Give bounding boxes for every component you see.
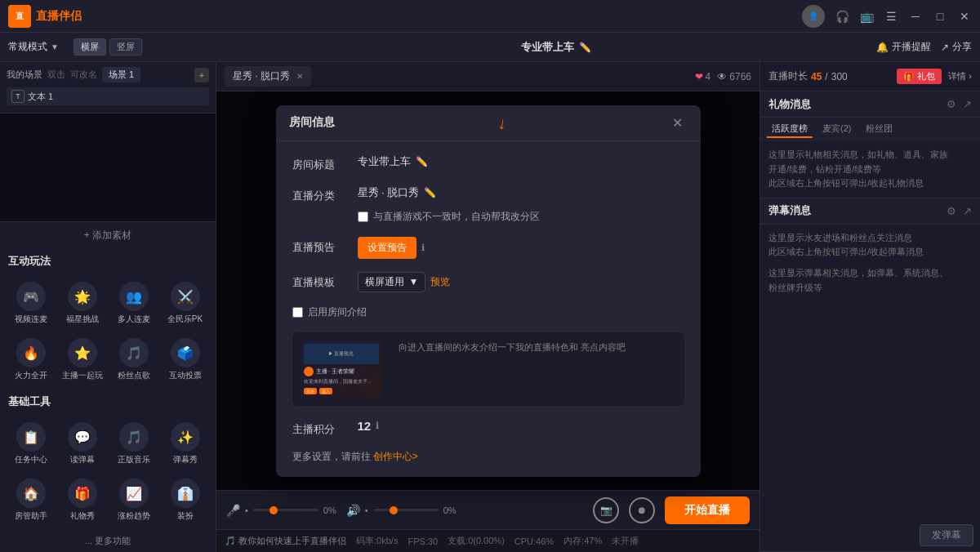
interactive-item-all-pk[interactable]: ⚔️ 全民乐PK	[161, 277, 209, 330]
more-functions-button[interactable]: ... 更多功能	[0, 530, 216, 552]
interactive-grid: 🎮 视频连麦 🌟 福星挑战 👥 多人连麦 ⚔️ 全民乐PK 🔥 火力全开 ⭐	[0, 274, 216, 390]
live-duration-label: 直播时长	[768, 69, 808, 83]
interactive-item-fan-song[interactable]: 🎵 粉丝点歌	[109, 333, 158, 386]
minimize-button[interactable]: ─	[908, 9, 923, 24]
gift-panel-settings-icon[interactable]: ⚙	[947, 98, 956, 110]
tool-item-bullet-show[interactable]: ✨ 弹幕秀	[161, 417, 209, 470]
modal-close-button[interactable]: ✕	[668, 113, 688, 132]
add-material-button[interactable]: + 添加素材	[0, 222, 216, 249]
screen-icon[interactable]: 📺	[859, 9, 874, 24]
professional-edit-icon[interactable]: ✏️	[579, 42, 591, 53]
tab-bar: 星秀 · 脱口秀 ✕ ❤ 4 👁 6766	[216, 62, 760, 91]
detail-button[interactable]: 详情 ›	[948, 70, 972, 82]
creator-center-link[interactable]: 创作中心>	[373, 451, 418, 462]
interactive-item-vote[interactable]: 🗳️ 互动投票	[161, 333, 209, 386]
notify-bell-button[interactable]: 🔔 开播提醒	[876, 40, 931, 54]
preview-row: 直播预告 设置预告 ℹ	[292, 237, 684, 259]
gift-panel: 礼物消息 ⚙ ↗ 活跃度榜 麦宾(2) 粉丝团 这里显示礼物相关消息，如礼物、道…	[760, 91, 980, 198]
interactive-item-star-challenge[interactable]: 🌟 福星挑战	[58, 277, 106, 330]
mini-follow-btn: 关注	[304, 388, 317, 394]
bullet-show-icon: ✨	[171, 422, 200, 452]
outfit-label: 装扮	[177, 510, 194, 522]
tool-item-music[interactable]: 🎵 正版音乐	[109, 417, 158, 470]
bullet-panel-expand-icon[interactable]: ↗	[963, 205, 972, 217]
user-avatar[interactable]: 👤	[802, 5, 825, 28]
preview-info-icon[interactable]: ℹ	[421, 243, 425, 253]
room-intro-label: 启用房间介绍	[308, 305, 367, 319]
headphone-icon[interactable]: 🎧	[835, 9, 849, 24]
set-preview-button[interactable]: 设置预告	[358, 237, 416, 259]
gift-tab-guests[interactable]: 麦宾(2)	[817, 121, 856, 138]
menu-icon[interactable]: ☰	[884, 9, 898, 24]
send-bullet-button[interactable]: 发弹幕	[920, 524, 973, 546]
like-value: 4	[706, 71, 711, 82]
vote-label: 互动投票	[169, 370, 202, 381]
bullet-panel-icons: ⚙ ↗	[947, 205, 972, 217]
score-info-icon[interactable]: ℹ	[376, 421, 379, 431]
tool-item-task[interactable]: 📋 任务中心	[7, 417, 55, 470]
mic-icon[interactable]: 🎤	[226, 504, 240, 517]
bullet-panel-settings-icon[interactable]: ⚙	[947, 205, 956, 217]
live-duration: 直播时长 45 / 300	[768, 69, 848, 83]
video-link-icon: 🎮	[16, 282, 46, 311]
tool-item-room-manager[interactable]: 🏠 房管助手	[7, 474, 55, 527]
modal-body: 房间标题 专业带上车 ✏️ 直播分类 星秀 · 脱口秀 ✏️	[276, 141, 701, 477]
category-text: 星秀 · 脱口秀	[358, 185, 420, 200]
vertical-layout-button[interactable]: 竖屏	[109, 38, 142, 56]
main-layout: 我的场景 双击 可改名 场景 1 + T 文本 1 + 添加素材 互动玩法 🎮 …	[0, 62, 980, 552]
host-play-label: 主播一起玩	[62, 370, 103, 381]
room-intro-checkbox[interactable]	[292, 307, 303, 318]
bell-icon: 🔔	[876, 42, 889, 53]
text-item-label: 文本 1	[28, 91, 53, 103]
add-scene-button[interactable]: +	[194, 68, 209, 82]
category-edit-icon[interactable]: ✏️	[424, 187, 436, 198]
auto-category-checkbox[interactable]	[358, 211, 368, 222]
scene-name-label[interactable]: 场景 1	[102, 67, 140, 82]
right-header: 直播时长 45 / 300 🎁 礼包 详情 ›	[760, 62, 980, 91]
room-title-edit-icon[interactable]: ✏️	[416, 156, 428, 167]
mode-selector[interactable]: 常规模式 ▼	[8, 40, 59, 54]
double-click-label: 双击	[47, 69, 65, 81]
scene-tab[interactable]: 星秀 · 脱口秀 ✕	[225, 66, 311, 87]
professional-bar-label: 专业带上车	[521, 40, 574, 55]
share-button[interactable]: ↗ 分享	[941, 40, 972, 54]
close-button[interactable]: ✕	[957, 9, 972, 24]
speaker-slider[interactable]	[373, 509, 439, 511]
mic-dot: •	[245, 505, 248, 515]
auto-category-row: 与直播游戏不一致时，自动帮我改分区	[292, 210, 684, 224]
tab-close-icon[interactable]: ✕	[296, 72, 303, 81]
speaker-icon[interactable]: 🔊	[346, 504, 360, 517]
mic-control-group: 🎤 • 0%	[226, 504, 336, 517]
bullet-panel-header: 弹幕消息 ⚙ ↗	[760, 198, 980, 225]
tool-item-read-bullet[interactable]: 💬 读弹幕	[58, 417, 106, 470]
top-bar-right: 🔔 开播提醒 ↗ 分享	[876, 40, 972, 54]
status-streaming: 未开播	[612, 535, 639, 547]
record-button[interactable]: ⏺	[629, 497, 655, 523]
multi-link-icon: 👥	[119, 282, 149, 311]
maximize-button[interactable]: □	[933, 9, 947, 24]
gift-tab-activity[interactable]: 活跃度榜	[767, 121, 813, 138]
tool-item-fan-trend[interactable]: 📈 涨粉趋势	[109, 474, 158, 527]
text-item[interactable]: T 文本 1	[7, 87, 209, 105]
preview-link-button[interactable]: 预览	[430, 275, 450, 289]
tool-item-outfit[interactable]: 👔 装扮	[161, 474, 209, 527]
gift-badge-button[interactable]: 🎁 礼包	[897, 69, 942, 84]
template-select[interactable]: 横屏通用 ▼	[358, 272, 426, 292]
category-label: 直播分类	[292, 185, 350, 203]
tool-item-gift-show[interactable]: 🎁 礼物秀	[58, 474, 106, 527]
interactive-item-video-link[interactable]: 🎮 视频连麦	[7, 277, 55, 330]
fan-song-icon: 🎵	[119, 338, 149, 367]
mic-slider[interactable]	[253, 509, 318, 511]
interactive-item-firepower[interactable]: 🔥 火力全开	[7, 333, 55, 386]
start-live-button[interactable]: 开始直播	[665, 496, 750, 524]
gift-panel-expand-icon[interactable]: ↗	[963, 98, 972, 110]
screenshot-button[interactable]: 📷	[593, 497, 619, 523]
mic-slider-thumb	[270, 506, 278, 514]
room-intro-checkbox-row: 启用房间介绍	[292, 305, 684, 319]
gift-tab-fans[interactable]: 粉丝团	[861, 121, 898, 138]
interactive-item-multi-link[interactable]: 👥 多人连麦	[109, 277, 158, 330]
read-bullet-icon: 💬	[68, 422, 97, 452]
interactive-item-host-play[interactable]: ⭐ 主播一起玩	[58, 333, 106, 386]
status-fps: FPS:30	[408, 536, 438, 546]
horizontal-layout-button[interactable]: 横屏	[74, 38, 106, 56]
